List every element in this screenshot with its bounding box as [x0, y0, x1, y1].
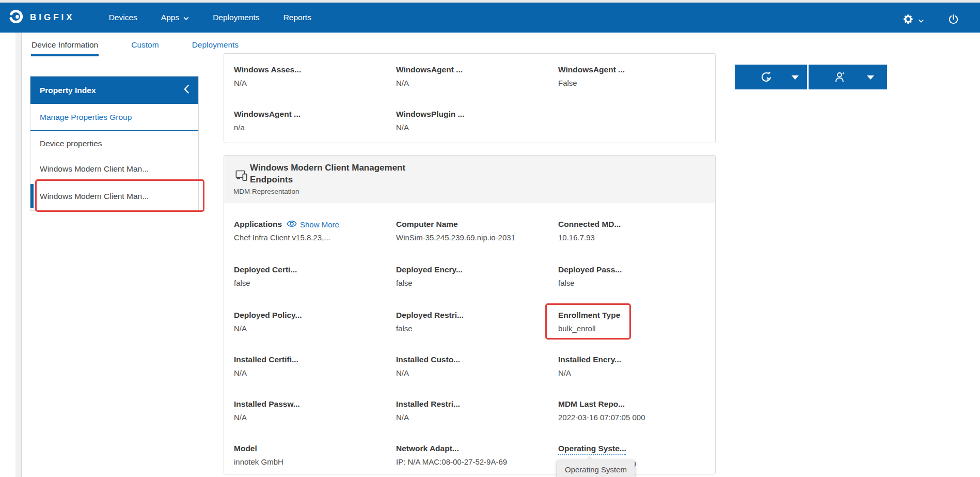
- property-label: Installed Certifi...: [234, 355, 391, 364]
- property-label-hovered[interactable]: Operating Syste...: [558, 444, 626, 455]
- property-cell: Network Adapt... IP: N/A MAC:08-00-27-52…: [396, 444, 554, 466]
- property-value: bulk_enroll: [558, 324, 716, 333]
- property-label: WindowsAgent ...: [558, 65, 716, 74]
- property-value: false: [396, 324, 554, 333]
- property-label: Applications: [234, 220, 282, 229]
- bigfix-logo-icon: [8, 8, 24, 27]
- show-more-link[interactable]: Show More: [287, 220, 339, 229]
- deploy-action-icon: [760, 70, 773, 86]
- add-user-action-button[interactable]: [809, 65, 887, 89]
- property-index-header: Property Index: [30, 76, 198, 104]
- property-value: Chef Infra Client v15.8.23,...: [234, 233, 391, 242]
- property-value: false: [558, 279, 716, 287]
- property-label: Installed Passw...: [234, 399, 391, 409]
- header-actions: [903, 5, 959, 35]
- property-label: Computer Name: [396, 220, 554, 229]
- nav-item-devices[interactable]: Devices: [109, 13, 137, 22]
- property-value: False: [558, 79, 716, 87]
- property-label: Windows Asses...: [234, 65, 391, 74]
- property-value: false: [234, 279, 391, 287]
- property-cell-applications: Applications Show More Chef Infra Client…: [234, 220, 391, 242]
- property-label: Installed Custo...: [396, 355, 554, 364]
- sidebar-item-device-properties[interactable]: Device properties: [30, 131, 198, 156]
- property-cell: Connected MD... 10.16.7.93: [558, 220, 716, 242]
- scroll-gutter: [15, 33, 22, 477]
- deploy-action-button[interactable]: [735, 65, 807, 89]
- property-cell: Installed Restri... N/A: [396, 399, 554, 422]
- property-cell: Windows Asses... N/A: [234, 65, 391, 87]
- chevron-down-icon: [919, 16, 924, 25]
- property-label: Enrollment Type: [558, 311, 716, 320]
- property-value: N/A: [234, 79, 391, 87]
- property-value: N/A: [234, 413, 391, 422]
- device-endpoints-icon: [234, 168, 248, 184]
- nav-item-apps[interactable]: Apps: [161, 13, 189, 22]
- property-value: N/A: [396, 79, 554, 87]
- mdm-endpoints-card: Windows Modern Client Management Endpoin…: [224, 155, 716, 474]
- power-icon[interactable]: [947, 13, 959, 27]
- property-cell: Deployed Restri... false: [396, 311, 554, 333]
- main-nav: Devices Apps Deployments Reports: [109, 13, 311, 22]
- property-value: N/A: [234, 368, 391, 377]
- property-label: Deployed Encry...: [396, 265, 554, 274]
- property-cell: Model innotek GmbH: [234, 444, 391, 466]
- property-label: Model: [234, 444, 391, 453]
- add-user-icon: [833, 70, 847, 86]
- property-value: 10.16.7.93: [558, 233, 716, 242]
- brand-name: BIGFIX: [30, 12, 75, 23]
- property-cell: WindowsAgent ... N/A: [396, 65, 554, 87]
- property-label: Installed Restri...: [396, 399, 554, 409]
- tab-device-information[interactable]: Device Information: [31, 33, 99, 56]
- property-index-title: Property Index: [40, 86, 96, 95]
- property-label: WindowsAgent ...: [234, 110, 391, 119]
- property-value: WinSim-35.245.239.69.nip.io-2031: [396, 233, 554, 242]
- property-value: 2022-03-16 07:07:05 000: [558, 413, 716, 422]
- property-label: MDM Last Repo...: [558, 399, 716, 409]
- property-value: N/A: [396, 123, 554, 132]
- property-cell: Installed Custo... N/A: [396, 355, 554, 377]
- nav-item-deployments[interactable]: Deployments: [213, 13, 259, 22]
- property-label: Connected MD...: [558, 220, 716, 229]
- agent-properties-card: Windows Asses... N/A WindowsAgent ... N/…: [224, 53, 716, 143]
- gear-icon[interactable]: [903, 13, 914, 27]
- chevron-left-icon[interactable]: [184, 85, 189, 96]
- property-value: IP: N/A MAC:08-00-27-52-9A-69: [396, 457, 554, 466]
- property-cell: WindowsAgent ... n/a: [234, 110, 391, 132]
- mdm-card-header: Windows Modern Client Management Endpoin…: [224, 156, 715, 203]
- property-label: Deployed Policy...: [234, 311, 391, 320]
- add-user-dropdown-caret[interactable]: [867, 75, 874, 80]
- property-cell: Deployed Certi... false: [234, 265, 391, 287]
- bigfix-webui-screen: BIGFIX Devices Apps Deployments Reports: [0, 0, 980, 477]
- property-cell: Installed Encry... N/A: [558, 355, 716, 377]
- property-cell: WindowsPlugin ... N/A: [396, 110, 554, 132]
- property-label: Deployed Restri...: [396, 311, 554, 320]
- property-label: Network Adapt...: [396, 444, 554, 453]
- property-index-panel: Property Index Manage Properties Group D…: [30, 76, 199, 211]
- property-value: N/A: [396, 368, 554, 377]
- settings-menu-trigger[interactable]: [903, 13, 924, 27]
- sidebar-item-manage-properties-group[interactable]: Manage Properties Group: [30, 104, 198, 131]
- property-cell: Computer Name WinSim-35.245.239.69.nip.i…: [396, 220, 554, 242]
- property-value: N/A: [234, 324, 391, 333]
- property-label: Deployed Certi...: [234, 265, 391, 274]
- property-cell-enrollment-type: Enrollment Type bulk_enroll: [558, 311, 716, 333]
- property-value: innotek GmbH: [234, 457, 391, 466]
- property-value: N/A: [396, 413, 554, 422]
- deploy-dropdown-caret[interactable]: [792, 75, 799, 80]
- property-cell: Deployed Encry... false: [396, 265, 554, 287]
- sidebar-item-windows-modern-client-1[interactable]: Windows Modern Client Man...: [30, 156, 198, 182]
- eye-icon[interactable]: [287, 220, 297, 229]
- property-cell: Deployed Policy... N/A: [234, 311, 391, 333]
- property-label: WindowsAgent ...: [396, 65, 554, 74]
- sidebar-item-windows-modern-client-2[interactable]: Windows Modern Client Man...: [30, 182, 198, 210]
- brand-home-link[interactable]: BIGFIX: [8, 8, 75, 27]
- property-cell: WindowsAgent ... False: [558, 65, 716, 87]
- property-cell: MDM Last Repo... 2022-03-16 07:07:05 000: [558, 399, 716, 422]
- tooltip-operating-system: Operating System: [557, 460, 635, 477]
- nav-item-reports[interactable]: Reports: [283, 13, 311, 22]
- property-label: WindowsPlugin ...: [396, 110, 554, 119]
- property-label: Installed Encry...: [558, 355, 716, 364]
- mdm-card-subtitle: MDM Representation: [233, 188, 299, 195]
- app-header: BIGFIX Devices Apps Deployments Reports: [0, 3, 980, 33]
- tab-custom[interactable]: Custom: [131, 33, 159, 56]
